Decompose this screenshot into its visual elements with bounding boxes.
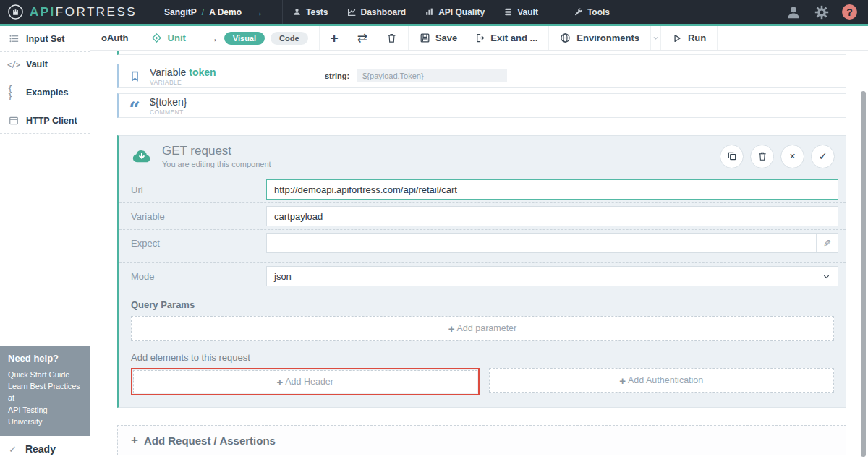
component-type-label: COMMENT (150, 108, 325, 116)
reorder-components-button[interactable]: ⇄ (357, 32, 367, 44)
check-icon: ✓ (9, 444, 17, 455)
file-actions: Save Exit and ... (409, 26, 549, 50)
app-window: APIFORTRESS SangitP / A Demo → Tests Das… (0, 0, 868, 462)
tab-oauth[interactable]: oAuth (90, 26, 140, 50)
visual-view-button[interactable]: Visual (224, 32, 265, 45)
user-avatar-icon[interactable] (786, 4, 801, 20)
add-component-button[interactable]: + (331, 31, 339, 45)
exit-and-save-button[interactable]: Exit and ... (475, 33, 537, 43)
url-input[interactable] (266, 179, 838, 200)
editor-title: GET request (162, 144, 720, 158)
unit-diamond-icon (151, 33, 162, 43)
expect-input[interactable] (267, 234, 816, 252)
component-actions: + ⇄ (320, 26, 409, 50)
expect-field-row: Expect ✎ (119, 229, 846, 256)
database-icon (503, 7, 513, 17)
trash-icon (386, 33, 397, 43)
help-button[interactable]: ? (842, 4, 857, 20)
nav-vault[interactable]: Vault (494, 0, 548, 24)
environments-button[interactable]: Environments (549, 26, 651, 50)
top-navigation-bar: APIFORTRESS SangitP / A Demo → Tests Das… (0, 0, 868, 26)
settings-gear-icon[interactable] (814, 4, 830, 20)
help-link-best-practices[interactable]: Learn Best Practices at (8, 380, 82, 403)
variable-assignment: string: ${payload.Token} (325, 69, 507, 82)
query-params-label: Query Params (119, 289, 846, 316)
breadcrumb-workspace[interactable]: SangitP (164, 7, 197, 17)
composer-toolbar: oAuth Unit → Visual Code + ⇄ (90, 26, 868, 51)
save-button[interactable]: Save (420, 33, 457, 43)
bar-chart-icon (425, 7, 434, 17)
add-elements-label: Add elements to this request (119, 341, 846, 368)
variable-value[interactable]: ${payload.Token} (357, 69, 507, 82)
wrench-icon (574, 7, 583, 17)
editor-subtitle: You are editing this component (162, 160, 720, 168)
component-comment-text: ${token} COMMENT (150, 96, 325, 116)
trash-icon (757, 151, 767, 161)
need-help-panel: Need help? Quick Start Guide Learn Best … (0, 346, 90, 436)
sidebar-item-label: HTTP Client (26, 116, 77, 126)
sidebar-item-vault[interactable]: </> Vault (0, 52, 90, 77)
bookmark-icon (119, 70, 150, 82)
add-request-assertions-button[interactable]: + Add Request / Assertions (117, 425, 846, 455)
quote-icon: “ (119, 106, 150, 114)
add-header-highlight: + Add Header (131, 368, 480, 395)
sidebar-item-examples[interactable]: { } Examples (0, 77, 90, 108)
url-field-label: Url (131, 184, 266, 195)
delete-component-button[interactable] (386, 33, 397, 43)
exit-icon (475, 33, 485, 43)
breadcrumb-project[interactable]: A Demo (209, 7, 242, 17)
component-variable[interactable]: Variable token VARIABLE string: ${payloa… (117, 64, 846, 88)
arrow-right-icon: → (208, 33, 218, 44)
nav-tools[interactable]: Tools (564, 0, 619, 24)
cancel-edit-button[interactable]: × (780, 145, 804, 168)
vertical-scrollbar[interactable] (861, 91, 866, 457)
header-right-icons: ? (786, 4, 868, 20)
sidebar-item-label: Examples (26, 87, 68, 98)
mode-selected-value: json (274, 271, 292, 282)
fortress-logo-icon (7, 4, 24, 20)
help-link-university[interactable]: API Testing University (8, 404, 82, 427)
breadcrumb[interactable]: SangitP / A Demo → (164, 6, 263, 18)
play-icon (672, 33, 682, 43)
line-chart-icon (347, 7, 357, 17)
variable-input[interactable] (266, 206, 838, 226)
pencil-icon: ✎ (823, 238, 831, 249)
run-button[interactable]: Run (661, 26, 718, 50)
mode-field-label: Mode (131, 271, 266, 282)
nav-dashboard[interactable]: Dashboard (338, 0, 416, 24)
component-type-label: VARIABLE (150, 79, 325, 86)
duplicate-button[interactable] (720, 145, 744, 168)
confirm-edit-button[interactable]: ✓ (811, 145, 835, 168)
code-icon: </> (8, 61, 20, 69)
delete-button[interactable] (750, 145, 774, 168)
expect-edit-button[interactable]: ✎ (816, 234, 838, 252)
header-divider (548, 0, 548, 24)
nav-tests[interactable]: Tests (283, 0, 337, 24)
tab-unit[interactable]: Unit (140, 26, 197, 50)
environments-dropdown-toggle[interactable] (651, 26, 661, 50)
variable-field-row: Variable (119, 202, 846, 229)
component-variable-text: Variable token VARIABLE (150, 67, 325, 86)
mode-select[interactable]: json (266, 266, 838, 286)
person-icon (292, 7, 302, 17)
need-help-title: Need help? (8, 353, 82, 364)
add-parameter-button[interactable]: + Add parameter (131, 316, 834, 341)
url-field-row: Url (119, 176, 846, 202)
sidebar-item-http-client[interactable]: HTTP Client (0, 108, 90, 134)
sidebar-item-input-set[interactable]: Input Set (0, 26, 90, 52)
add-header-button[interactable]: + Add Header (133, 370, 477, 393)
list-icon (8, 33, 20, 44)
scrolled-component-fragment (117, 51, 846, 55)
variable-field-label: Variable (131, 211, 266, 222)
breadcrumb-arrow-icon: → (252, 6, 263, 18)
apifortress-logo[interactable]: APIFORTRESS (0, 4, 137, 20)
get-request-editor-panel: GET request You are editing this compone… (117, 135, 846, 408)
help-link-quick-start[interactable]: Quick Start Guide (8, 369, 82, 380)
add-authentication-button[interactable]: + Add Authentication (489, 368, 835, 393)
component-comment[interactable]: “ ${token} COMMENT (117, 93, 846, 118)
cloud-download-icon (131, 145, 153, 167)
nav-api-quality[interactable]: API Quality (415, 0, 494, 24)
editor-action-buttons: × ✓ (720, 145, 835, 168)
plus-icon: + (277, 376, 284, 388)
code-view-button[interactable]: Code (271, 32, 308, 45)
